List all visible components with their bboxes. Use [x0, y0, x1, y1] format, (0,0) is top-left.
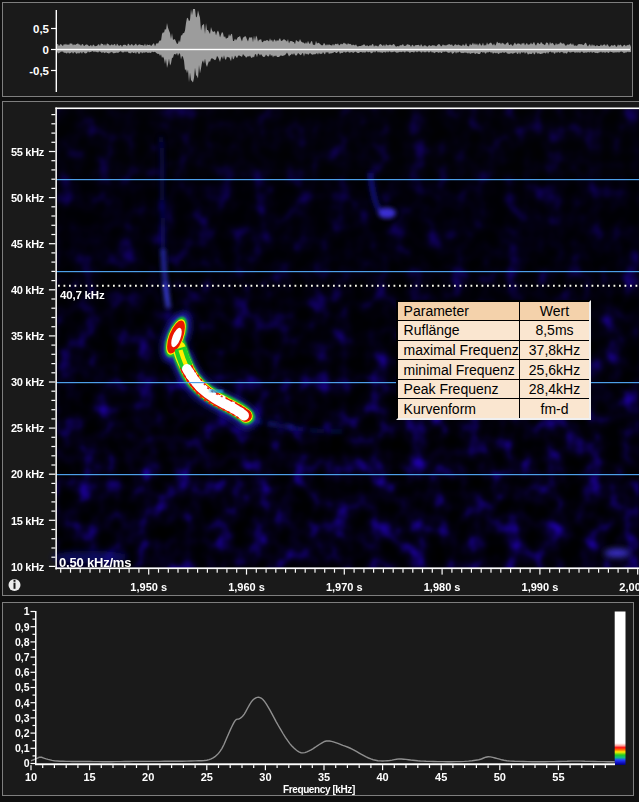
svg-text:0,7: 0,7	[15, 651, 30, 663]
svg-text:0,1: 0,1	[15, 742, 30, 754]
svg-text:55 kHz: 55 kHz	[11, 146, 45, 158]
svg-text:30 kHz: 30 kHz	[11, 376, 45, 388]
svg-text:15: 15	[83, 771, 95, 783]
svg-text:0: 0	[24, 757, 30, 769]
svg-text:50: 50	[494, 771, 506, 783]
svg-text:1,950 s: 1,950 s	[130, 581, 167, 593]
svg-text:0,5: 0,5	[33, 23, 50, 35]
svg-text:1,990 s: 1,990 s	[522, 581, 559, 593]
svg-text:15 kHz: 15 kHz	[11, 515, 45, 527]
svg-text:10: 10	[25, 771, 37, 783]
svg-text:30: 30	[259, 771, 271, 783]
svg-text:20: 20	[142, 771, 154, 783]
svg-text:40 kHz: 40 kHz	[11, 284, 45, 296]
svg-text:45 kHz: 45 kHz	[11, 238, 45, 250]
svg-text:0,3: 0,3	[15, 712, 30, 724]
svg-text:0,4: 0,4	[15, 697, 30, 709]
svg-text:1,970 s: 1,970 s	[326, 581, 363, 593]
svg-text:0,2: 0,2	[15, 727, 30, 739]
svg-text:0,8: 0,8	[15, 636, 30, 648]
svg-text:25: 25	[201, 771, 213, 783]
svg-text:1,960 s: 1,960 s	[228, 581, 265, 593]
svg-text:0,6: 0,6	[15, 666, 30, 678]
svg-text:40: 40	[376, 771, 388, 783]
svg-text:55: 55	[552, 771, 564, 783]
svg-text:1: 1	[24, 605, 30, 617]
svg-text:40,7 kHz: 40,7 kHz	[60, 289, 105, 301]
svg-text:0,9: 0,9	[15, 621, 30, 633]
svg-text:-0,5: -0,5	[29, 65, 49, 77]
svg-text:45: 45	[435, 771, 447, 783]
svg-text:10 kHz: 10 kHz	[11, 561, 45, 573]
svg-text:0: 0	[43, 44, 49, 56]
svg-text:50 kHz: 50 kHz	[11, 192, 45, 204]
svg-text:0,50 kHz/ms: 0,50 kHz/ms	[59, 555, 131, 570]
svg-text:35 kHz: 35 kHz	[11, 330, 45, 342]
svg-text:Frequency [kHz]: Frequency [kHz]	[283, 784, 355, 795]
svg-text:0,5: 0,5	[15, 681, 30, 693]
svg-text:1,980 s: 1,980 s	[424, 581, 461, 593]
svg-text:20 kHz: 20 kHz	[11, 468, 45, 480]
svg-text:35: 35	[318, 771, 330, 783]
svg-text:2,000 s: 2,000 s	[619, 581, 639, 593]
svg-text:25 kHz: 25 kHz	[11, 422, 45, 434]
